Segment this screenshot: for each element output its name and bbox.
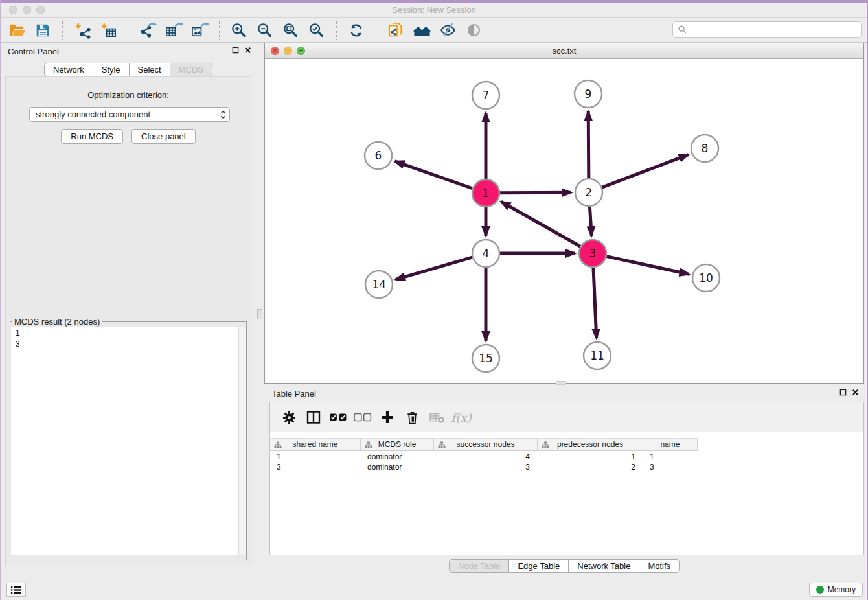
delete-table-button[interactable]: [424, 406, 449, 429]
cell-name[interactable]: 1: [643, 452, 698, 462]
zoom-out-button[interactable]: [252, 19, 278, 41]
graph-node-4[interactable]: 4: [472, 240, 499, 267]
save-session-button[interactable]: [30, 19, 56, 41]
graph-node-14[interactable]: 14: [365, 271, 393, 298]
table-tab-network-table[interactable]: Network Table: [569, 559, 639, 573]
control-panel-title: Control Panel: [8, 47, 59, 56]
window-title: Session: New Session: [0, 5, 868, 15]
graph-node-10[interactable]: 10: [692, 264, 720, 292]
close-panel-icon[interactable]: [244, 47, 251, 54]
column-header-name[interactable]: name: [643, 438, 698, 451]
function-builder-button[interactable]: f(x): [449, 406, 474, 429]
home-pair-icon: [413, 21, 431, 39]
zoom-selected-icon: [308, 22, 325, 39]
graph-edge-2-8[interactable]: [602, 155, 689, 188]
import-network-from-file-button[interactable]: [69, 19, 95, 41]
cell-predecessor-nodes[interactable]: 1: [538, 452, 643, 462]
graph-node-11[interactable]: 11: [584, 342, 611, 369]
task-history-button[interactable]: [6, 583, 26, 597]
search-input[interactable]: [687, 23, 861, 36]
control-panel-controls: [232, 47, 251, 54]
apply-preferred-layout-button[interactable]: [343, 19, 369, 41]
delete-columns-button[interactable]: [400, 406, 424, 429]
table-settings-button[interactable]: [277, 406, 301, 429]
graph-node-7[interactable]: 7: [472, 82, 499, 109]
import-network-icon: [74, 21, 91, 39]
vertical-splitter-handle[interactable]: [257, 309, 262, 319]
create-column-button[interactable]: [375, 406, 400, 429]
close-panel-button[interactable]: Close panel: [131, 129, 196, 144]
horizontal-splitter-handle[interactable]: [556, 381, 566, 385]
graph-node-15[interactable]: 15: [472, 345, 499, 372]
open-session-button[interactable]: [4, 19, 30, 41]
graph-edge-2-3[interactable]: [589, 207, 591, 236]
graph-edge-3-10[interactable]: [606, 257, 689, 275]
cell-predecessor-nodes[interactable]: 2: [538, 462, 643, 472]
run-mcds-button[interactable]: Run MCDS: [61, 129, 123, 144]
table-tab-node-table[interactable]: Node Table: [449, 559, 510, 573]
graph-edge-1-2[interactable]: [500, 192, 571, 193]
cell-mcds-role[interactable]: dominator: [361, 452, 434, 462]
cell-name[interactable]: 3: [643, 462, 698, 472]
import-table-from-file-button[interactable]: [95, 19, 121, 41]
tab-network[interactable]: Network: [44, 63, 93, 76]
tab-select[interactable]: Select: [130, 63, 170, 76]
column-label: MCDS role: [378, 440, 417, 449]
svg-text:9: 9: [585, 87, 592, 100]
svg-text:8: 8: [702, 142, 709, 155]
table-tab-motifs[interactable]: Motifs: [639, 559, 680, 573]
network-canvas[interactable]: 7968124314101511: [265, 59, 863, 383]
cell-shared-name[interactable]: 1: [270, 452, 361, 462]
criterion-dropdown[interactable]: strongly connected component: [29, 107, 230, 122]
check-pair-icon: [329, 412, 347, 422]
graph-edge-2-9[interactable]: [588, 111, 589, 178]
unselect-all-columns-button[interactable]: [350, 406, 375, 429]
column-header-successor-nodes[interactable]: successor nodes: [434, 438, 538, 451]
cell-successor-nodes[interactable]: 4: [434, 452, 538, 462]
zoom-fit-content-button[interactable]: [278, 19, 304, 41]
tab-mcds[interactable]: MCDS: [170, 63, 212, 76]
graph-node-6[interactable]: 6: [365, 142, 392, 169]
mcds-result-text[interactable]: 1 3: [11, 327, 246, 350]
column-header-predecessor-nodes[interactable]: predecessor nodes: [538, 438, 643, 451]
export-table-button[interactable]: [161, 19, 187, 41]
table-row-1[interactable]: 1dominator411: [270, 452, 863, 462]
table-row-2[interactable]: 3dominator323: [270, 462, 863, 472]
cell-shared-name[interactable]: 3: [270, 462, 361, 472]
memory-button[interactable]: Memory: [809, 583, 863, 597]
network-window-titlebar[interactable]: ✕ − + scc.txt: [265, 43, 863, 59]
graph-node-3[interactable]: 3: [579, 240, 606, 267]
export-image-button[interactable]: [187, 19, 212, 41]
hide-selected-button[interactable]: [435, 19, 461, 41]
network-graph: 7968124314101511: [265, 59, 863, 383]
show-graphics-details-button[interactable]: [461, 19, 486, 41]
duplicate-network-button[interactable]: [383, 19, 409, 41]
cell-successor-nodes[interactable]: 3: [434, 462, 538, 472]
float-table-panel-icon[interactable]: [839, 389, 847, 396]
eye-slash-icon: [439, 21, 457, 39]
zoom-in-button[interactable]: [226, 19, 252, 41]
result-scrollbar[interactable]: [238, 327, 246, 555]
float-panel-icon[interactable]: [232, 47, 239, 54]
table-tab-edge-table[interactable]: Edge Table: [509, 559, 569, 573]
select-all-columns-button[interactable]: [326, 406, 350, 429]
column-header-shared-name[interactable]: shared name: [270, 438, 361, 451]
graph-node-8[interactable]: 8: [691, 135, 718, 162]
graph-node-9[interactable]: 9: [575, 80, 602, 108]
graph-edge-3-1[interactable]: [501, 202, 580, 246]
graph-edge-4-14[interactable]: [396, 257, 472, 279]
graph-node-2[interactable]: 2: [575, 179, 602, 206]
graph-node-1[interactable]: 1: [472, 179, 499, 207]
close-table-panel-icon[interactable]: [852, 389, 859, 396]
svg-text:3: 3: [589, 247, 597, 260]
column-header-mcds-role[interactable]: MCDS role: [361, 438, 434, 451]
first-neighbors-button[interactable]: [409, 19, 435, 41]
graph-edge-3-11[interactable]: [593, 268, 597, 338]
export-network-button[interactable]: [135, 19, 161, 41]
cell-mcds-role[interactable]: dominator: [361, 462, 434, 472]
show-column-panel-button[interactable]: [301, 406, 326, 429]
graph-edge-1-6[interactable]: [394, 161, 472, 189]
tab-style[interactable]: Style: [93, 63, 130, 76]
table-tabs: Node TableEdge TableNetwork TableMotifs: [264, 559, 864, 573]
zoom-selected-button[interactable]: [304, 19, 330, 41]
